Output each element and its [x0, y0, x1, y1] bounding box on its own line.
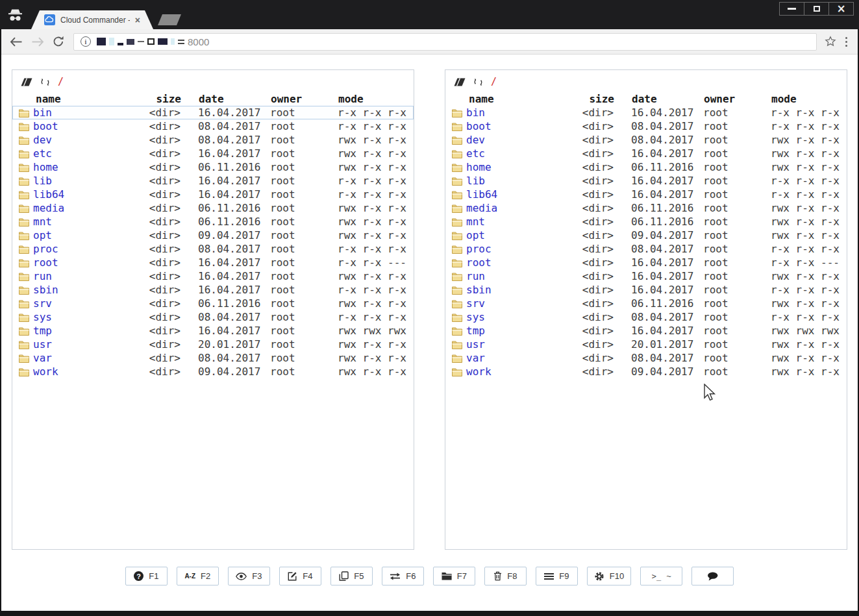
page-info-icon[interactable]: i [81, 36, 91, 47]
file-name-link[interactable]: proc [33, 243, 58, 255]
file-row-root[interactable]: root <dir> 16.04.2017 root r-x r-x --- [12, 256, 414, 269]
file-name-link[interactable]: mnt [466, 216, 485, 228]
file-name-link[interactable]: root [33, 256, 58, 269]
button-chat[interactable] [691, 567, 734, 585]
current-path-link[interactable]: / [491, 76, 497, 88]
reload-button[interactable] [53, 36, 64, 47]
file-row-proc[interactable]: proc <dir> 08.04.2017 root r-x r-x r-x [12, 242, 414, 256]
file-row-etc[interactable]: etc <dir> 16.04.2017 root rwx r-x r-x [12, 147, 414, 160]
file-name-link[interactable]: bin [466, 106, 485, 119]
file-name-link[interactable]: work [33, 365, 58, 378]
file-name-link[interactable]: var [33, 352, 52, 364]
file-row-mnt[interactable]: mnt <dir> 06.11.2016 root rwx r-x r-x [12, 215, 414, 228]
file-name-link[interactable]: boot [466, 120, 492, 132]
file-name-link[interactable]: lib [466, 175, 485, 187]
file-name-link[interactable]: lib64 [466, 188, 497, 201]
file-name-link[interactable]: bin [33, 106, 52, 119]
refresh-icon[interactable] [473, 77, 483, 87]
column-header-mode[interactable]: mode [338, 93, 411, 105]
file-row-media[interactable]: media <dir> 06.11.2016 root rwx r-x r-x [445, 201, 847, 215]
file-row-sys[interactable]: sys <dir> 08.04.2017 root r-x r-x r-x [445, 310, 847, 324]
bookmark-star-icon[interactable] [825, 36, 836, 47]
clear-selection-eraser-icon[interactable] [21, 78, 32, 86]
file-row-boot[interactable]: boot <dir> 08.04.2017 root r-x r-x r-x [12, 119, 414, 133]
button-f9[interactable]: F9 [536, 567, 578, 585]
file-row-root[interactable]: root <dir> 16.04.2017 root r-x r-x --- [445, 256, 847, 269]
column-header-date[interactable]: date [614, 93, 704, 105]
back-button[interactable] [10, 37, 23, 47]
file-name-link[interactable]: tmp [466, 325, 485, 337]
column-header-owner[interactable]: owner [704, 93, 771, 105]
button-f8[interactable]: F8 [484, 567, 527, 585]
file-row-srv[interactable]: srv <dir> 06.11.2016 root rwx r-x r-x [445, 297, 847, 310]
file-row-proc[interactable]: proc <dir> 08.04.2017 root r-x r-x r-x [445, 242, 847, 256]
file-row-bin[interactable]: bin <dir> 16.04.2017 root r-x r-x r-x [445, 106, 847, 119]
current-path-link[interactable]: / [58, 76, 64, 88]
file-name-link[interactable]: usr [466, 338, 485, 351]
file-row-usr[interactable]: usr <dir> 20.01.2017 root rwx r-x r-x [12, 338, 414, 351]
file-name-link[interactable]: media [33, 202, 64, 214]
file-row-usr[interactable]: usr <dir> 20.01.2017 root rwx r-x r-x [445, 338, 847, 351]
button-f3[interactable]: F3 [228, 567, 270, 585]
file-name-link[interactable]: boot [33, 120, 58, 132]
file-name-link[interactable]: usr [33, 338, 52, 351]
button-f4[interactable]: F4 [279, 567, 321, 585]
file-name-link[interactable]: lib [33, 175, 52, 187]
window-maximize-button[interactable] [804, 2, 829, 16]
window-minimize-button[interactable] [779, 2, 804, 16]
file-row-sys[interactable]: sys <dir> 08.04.2017 root r-x r-x r-x [12, 310, 414, 324]
new-tab-button[interactable] [158, 14, 181, 25]
file-row-run[interactable]: run <dir> 16.04.2017 root rwx r-x r-x [445, 269, 847, 283]
file-name-link[interactable]: opt [466, 229, 485, 241]
file-row-sbin[interactable]: sbin <dir> 16.04.2017 root r-x r-x r-x [12, 283, 414, 297]
file-row-var[interactable]: var <dir> 08.04.2017 root rwx r-x r-x [12, 351, 414, 365]
file-name-link[interactable]: opt [33, 229, 52, 241]
file-row-lib64[interactable]: lib64 <dir> 16.04.2017 root r-x r-x r-x [12, 188, 414, 201]
file-name-link[interactable]: sbin [33, 284, 58, 296]
file-row-var[interactable]: var <dir> 08.04.2017 root rwx r-x r-x [445, 351, 847, 365]
file-row-mnt[interactable]: mnt <dir> 06.11.2016 root rwx r-x r-x [445, 215, 847, 228]
file-name-link[interactable]: srv [466, 297, 485, 310]
clear-selection-eraser-icon[interactable] [454, 78, 466, 86]
address-bar[interactable]: i 8000 [73, 33, 817, 51]
file-name-link[interactable]: tmp [33, 325, 52, 337]
file-name-link[interactable]: root [466, 256, 492, 269]
file-name-link[interactable]: home [466, 161, 492, 173]
file-name-link[interactable]: media [466, 202, 497, 214]
column-header-size[interactable]: size [129, 93, 181, 105]
file-name-link[interactable]: home [33, 161, 58, 173]
file-name-link[interactable]: dev [466, 134, 485, 146]
file-name-link[interactable]: lib64 [33, 188, 64, 201]
button-f10[interactable]: F10 [587, 567, 631, 585]
file-row-dev[interactable]: dev <dir> 08.04.2017 root rwx r-x r-x [12, 133, 414, 147]
file-row-opt[interactable]: opt <dir> 09.04.2017 root rwx r-x r-x [445, 228, 847, 242]
file-row-opt[interactable]: opt <dir> 09.04.2017 root rwx r-x r-x [12, 228, 414, 242]
file-name-link[interactable]: proc [466, 243, 492, 255]
file-name-link[interactable]: run [466, 270, 485, 282]
file-row-sbin[interactable]: sbin <dir> 16.04.2017 root r-x r-x r-x [445, 283, 847, 297]
file-row-srv[interactable]: srv <dir> 06.11.2016 root rwx r-x r-x [12, 297, 414, 310]
file-row-bin[interactable]: bin <dir> 16.04.2017 root r-x r-x r-x [12, 106, 414, 119]
file-row-etc[interactable]: etc <dir> 16.04.2017 root rwx r-x r-x [445, 147, 847, 160]
file-name-link[interactable]: sys [466, 311, 485, 323]
column-header-size[interactable]: size [562, 93, 614, 105]
file-name-link[interactable]: run [33, 270, 52, 282]
file-row-run[interactable]: run <dir> 16.04.2017 root rwx r-x r-x [12, 269, 414, 283]
button-f7[interactable]: F7 [433, 567, 475, 585]
button-f5[interactable]: F5 [330, 567, 373, 585]
file-row-lib[interactable]: lib <dir> 16.04.2017 root r-x r-x r-x [12, 174, 414, 188]
file-row-lib[interactable]: lib <dir> 16.04.2017 root r-x r-x r-x [445, 174, 847, 188]
column-header-date[interactable]: date [181, 93, 271, 105]
file-row-dev[interactable]: dev <dir> 08.04.2017 root rwx r-x r-x [445, 133, 847, 147]
file-name-link[interactable]: sys [33, 311, 52, 323]
file-row-tmp[interactable]: tmp <dir> 16.04.2017 root rwx rwx rwx [445, 324, 847, 338]
column-header-owner[interactable]: owner [271, 93, 338, 105]
button-f6[interactable]: F6 [382, 567, 424, 585]
file-name-link[interactable]: mnt [33, 216, 52, 228]
file-row-work[interactable]: work <dir> 09.04.2017 root rwx r-x r-x [12, 365, 414, 378]
column-header-name[interactable]: name [451, 93, 562, 105]
window-close-button[interactable]: × [828, 2, 854, 16]
column-header-mode[interactable]: mode [771, 93, 844, 105]
file-name-link[interactable]: dev [33, 134, 52, 146]
file-row-tmp[interactable]: tmp <dir> 16.04.2017 root rwx rwx rwx [12, 324, 414, 338]
